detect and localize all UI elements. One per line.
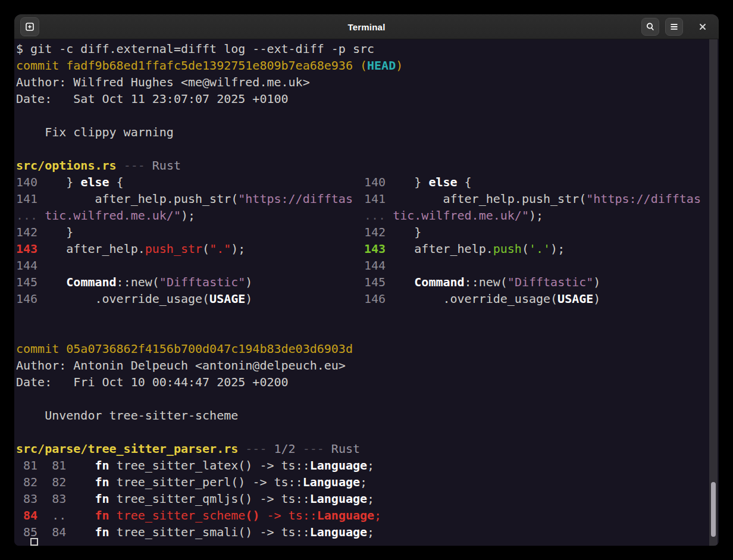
terminal-window: Terminal — [14, 14, 719, 546]
terminal-row: 144144 — [16, 257, 719, 274]
diff-right-column: 146 .override_usage(USAGE) — [364, 290, 719, 307]
diff-right-column: 145 Command::new("Difftastic") — [364, 274, 719, 290]
terminal-row: 83 83 fn tree_sitter_qmljs() -> ts::Lang… — [16, 490, 719, 507]
terminal-row: 84 .. fn tree_sitter_scheme() -> ts::Lan… — [16, 507, 719, 524]
diff-left-column: 146 .override_usage(USAGE) — [16, 290, 364, 307]
terminal-row — [16, 424, 719, 440]
terminal-row — [16, 307, 719, 324]
terminal-row: Author: Wilfred Hughes <me@wilfred.me.uk… — [16, 74, 719, 90]
diff-left-column: 143 after_help.push_str("."); — [16, 240, 364, 257]
menu-button[interactable] — [665, 18, 683, 36]
scrollbar-track[interactable] — [709, 39, 718, 546]
diff-right-column: 140 } else { — [364, 174, 719, 190]
terminal-row: 145 Command::new("Difftastic")145 Comman… — [16, 274, 719, 290]
close-icon — [698, 23, 707, 31]
terminal-row — [16, 140, 719, 157]
close-button[interactable] — [694, 18, 712, 36]
search-icon — [646, 22, 655, 32]
new-tab-button[interactable] — [20, 17, 39, 36]
terminal-row: 81 81 fn tree_sitter_latex() -> ts::Lang… — [16, 457, 719, 474]
terminal-row: Author: Antonin Delpeuch <antonin@delpeu… — [16, 357, 719, 374]
terminal-row — [16, 390, 719, 407]
terminal-row: 85 84 fn tree_sitter_smali() -> ts::Lang… — [16, 524, 719, 540]
search-button[interactable] — [641, 18, 659, 36]
terminal-row — [16, 324, 719, 340]
terminal-row: commit 05a0736862f4156b700d047c194b83de0… — [16, 340, 719, 357]
terminal-row: 142 }142 } — [16, 224, 719, 240]
terminal-row — [16, 107, 719, 124]
diff-left-column: 142 } — [16, 224, 364, 240]
terminal-row: 146 .override_usage(USAGE)146 .override_… — [16, 290, 719, 307]
diff-left-column: 141 after_help.push_str("https://difftas — [16, 190, 364, 207]
diff-left-column: 140 } else { — [16, 174, 364, 190]
menu-icon — [669, 22, 679, 32]
terminal-row: 82 82 fn tree_sitter_perl() -> ts::Langu… — [16, 474, 719, 490]
diff-right-column: 142 } — [364, 224, 719, 240]
terminal-row: 140 } else {140 } else { — [16, 174, 719, 190]
terminal-row: ... tic.wilfred.me.uk/");... tic.wilfred… — [16, 207, 719, 224]
terminal-row: Date: Sat Oct 11 23:07:07 2025 +0100 — [16, 90, 719, 107]
diff-left-column: 144 — [16, 257, 364, 274]
terminal-row: Fix clippy warning — [16, 124, 719, 140]
diff-right-column: 144 — [364, 257, 719, 274]
terminal-row: Unvendor tree-sitter-scheme — [16, 407, 719, 424]
terminal-row: Date: Fri Oct 10 00:44:47 2025 +0200 — [16, 374, 719, 390]
headerbar: Terminal — [14, 14, 719, 39]
terminal-cursor — [30, 538, 38, 546]
window-title: Terminal — [347, 21, 385, 32]
scrollbar-thumb[interactable] — [711, 482, 716, 537]
terminal-row: src/parse/tree_sitter_parser.rs --- 1/2 … — [16, 440, 719, 457]
diff-left-column: ... tic.wilfred.me.uk/"); — [16, 207, 364, 224]
diff-right-column: 141 after_help.push_str("https://difftas — [364, 190, 719, 207]
diff-right-column: 143 after_help.push('.'); — [364, 240, 719, 257]
terminal-row: 141 after_help.push_str("https://difftas… — [16, 190, 719, 207]
terminal-row: 143 after_help.push_str(".");143 after_h… — [16, 240, 719, 257]
terminal-row: commit fadf9b68ed1ffafc5de1392751e809b7e… — [16, 57, 719, 74]
terminal-row: src/options.rs --- Rust — [16, 157, 719, 174]
diff-left-column: 145 Command::new("Difftastic") — [16, 274, 364, 290]
diff-right-column: ... tic.wilfred.me.uk/"); — [364, 207, 719, 224]
terminal-screen[interactable]: $ git -c diff.external=difft log --ext-d… — [14, 39, 719, 546]
terminal-row: $ git -c diff.external=difft log --ext-d… — [16, 40, 719, 57]
new-tab-icon — [25, 22, 35, 32]
